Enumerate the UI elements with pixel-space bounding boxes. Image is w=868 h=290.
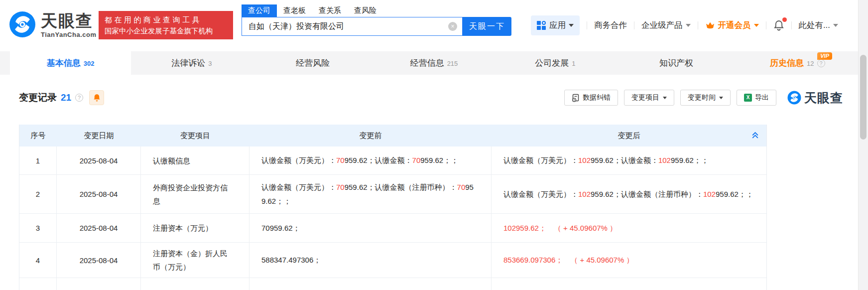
search-tab-查公司[interactable]: 查公司	[242, 4, 277, 17]
row-number: 4	[19, 243, 57, 278]
before-value: 认缴金额（万美元）：70959.62；认缴金额：70959.62；；	[249, 146, 492, 174]
tab-count: 302	[84, 60, 95, 67]
apps-dropdown[interactable]: 应用	[531, 15, 580, 35]
vip-label: 开通会员	[718, 20, 751, 31]
column-header: 变更项目	[141, 125, 249, 146]
tab-count: 12	[807, 60, 814, 67]
chevron-down-icon	[719, 97, 723, 99]
before-value: 588347.497306；	[249, 243, 492, 278]
changed-value: 70	[336, 156, 345, 164]
nav-business-coop[interactable]: 商务合作	[594, 20, 627, 31]
change-time-label: 变更时间	[688, 93, 716, 102]
search-input[interactable]	[242, 22, 448, 31]
page-scrollbar[interactable]	[858, 0, 868, 290]
page: 天眼查 TianYanCha.com 都在用的商业查询工具 国家中小企业发展子基…	[0, 0, 868, 290]
change-records-table: 序号变更日期变更项目变更前变更后 12025-08-04认缴额信息认缴金额（万美…	[19, 125, 767, 290]
enterprise-label: 企业级产品	[641, 20, 683, 31]
subscribe-bell-button[interactable]	[89, 90, 104, 105]
search-tabs: 查公司查老板查关系查风险	[242, 4, 463, 17]
divider	[791, 21, 792, 29]
tab-label: 知识产权	[659, 57, 693, 69]
section-toolbar: 数据纠错 变更项目 变更时间 X 导出	[558, 90, 843, 106]
after-value: 853669.097306； （ + 45.09607% ）	[492, 243, 766, 278]
nav-enterprise-products[interactable]: 企业级产品	[641, 20, 691, 31]
tab-公司发展[interactable]: 公司发展1	[495, 51, 616, 75]
tianyancha-logo[interactable]: 天眼查 TianYanCha.com	[9, 11, 97, 40]
search-tab-查老板[interactable]: 查老板	[283, 4, 306, 17]
user-label: 此处有...	[799, 20, 830, 31]
scrollbar-thumb[interactable]	[860, 55, 867, 140]
column-header: 变更前	[249, 125, 492, 146]
crown-icon	[705, 21, 715, 30]
tab-基本信息[interactable]: 基本信息302	[10, 51, 131, 75]
search-tab-查风险[interactable]: 查风险	[354, 4, 376, 17]
apps-label: 应用	[549, 20, 566, 31]
search-tab-查关系[interactable]: 查关系	[319, 4, 341, 17]
promo-banner: 都在用的商业查询工具 国家中小企业发展子基金旗下机构	[99, 11, 233, 39]
change-item: 注册资本（金）折人民币（万元）	[141, 243, 249, 278]
row-number: 3	[19, 214, 57, 242]
logo-subtitle: TianYanCha.com	[41, 31, 97, 38]
data-correction-button[interactable]: 数据纠错	[564, 90, 618, 106]
help-icon[interactable]: ?	[817, 59, 825, 67]
tab-知识产权[interactable]: 知识产权	[616, 51, 737, 75]
after-value: 认缴金额（万美元）：102959.62；认缴金额（注册币种）：102959.62…	[492, 175, 766, 213]
data-correction-icon	[572, 94, 580, 102]
promo-line2: 国家中小企业发展子基金旗下机构	[105, 25, 227, 36]
clear-icon[interactable]: ×	[448, 22, 457, 31]
top-nav: 应用 商务合作 企业级产品 开通会员	[531, 15, 838, 35]
cell-text: 588347.497306；	[261, 256, 321, 264]
before-value: 70959.62；	[249, 214, 492, 242]
cell-text: 认缴金额（万美元）：	[503, 156, 578, 164]
cell-text: 959.62；；	[716, 190, 753, 198]
watermark-logo-icon	[787, 91, 801, 105]
export-label: 导出	[755, 93, 769, 102]
row-number: 2	[19, 175, 57, 213]
chevron-down-icon	[663, 97, 667, 99]
before-value: 认缴金额（万美元）：70959.62；认缴金额（注册币种）：70959.62；；	[249, 175, 492, 213]
notification-bell[interactable]	[773, 19, 784, 31]
nav-open-vip[interactable]: 开通会员	[705, 20, 759, 31]
tab-count: 1	[572, 60, 575, 67]
tab-label: 经营信息	[410, 57, 444, 69]
cell-text: 959.62；认缴金额：	[591, 156, 658, 164]
changed-value: 102	[578, 156, 591, 164]
column-header: 序号	[19, 125, 57, 146]
help-icon[interactable]: ?	[75, 94, 83, 102]
table-row: 12025-08-04认缴额信息认缴金额（万美元）：70959.62；认缴金额：…	[19, 146, 766, 175]
chevron-down-icon	[754, 24, 759, 27]
change-date: 2025-08-04	[57, 243, 141, 278]
change-time-filter[interactable]: 变更时间	[680, 90, 731, 106]
chevron-down-icon	[569, 24, 574, 27]
changed-value: 102	[658, 156, 671, 164]
cell-text: 959.62；认缴金额（注册币种）：	[345, 183, 457, 191]
nav-user-menu[interactable]: 此处有...	[799, 20, 838, 31]
change-project-label: 变更项目	[631, 93, 659, 102]
change-date: 2025-08-04	[57, 214, 141, 242]
tab-经营风险[interactable]: 经营风险	[252, 51, 373, 75]
export-button[interactable]: X 导出	[737, 90, 776, 106]
search-area: 查公司查老板查关系查风险 ×	[242, 4, 463, 36]
change-project-filter[interactable]: 变更项目	[624, 90, 674, 106]
search-button[interactable]: 天眼一下	[463, 17, 511, 36]
cell-text: 认缴金额（万美元）：	[261, 183, 336, 191]
notification-dot	[782, 17, 787, 22]
promo-line1: 都在用的商业查询工具	[105, 14, 227, 25]
tab-法律诉讼[interactable]: 法律诉讼3	[131, 51, 252, 75]
collapse-icon[interactable]	[751, 131, 759, 142]
tab-经营信息[interactable]: 经营信息215	[373, 51, 495, 75]
section-count: 21	[61, 92, 71, 103]
tianyancha-watermark: 天眼查	[787, 90, 843, 106]
change-item: 外商投资企业投资方信息	[141, 175, 249, 213]
tab-历史信息[interactable]: 历史信息12VIP?	[737, 51, 858, 75]
change-date: 2025-08-04	[57, 146, 141, 174]
cell-text: 959.62；认缴金额：	[345, 156, 412, 164]
table-row: 32025-08-04注册资本（万元）70959.62；102959.62； （…	[19, 214, 766, 243]
changed-value: 70	[457, 183, 466, 191]
changed-value: 70	[336, 183, 345, 191]
after-value: 认缴金额（万美元）：102959.62；认缴金额：102959.62；；	[492, 146, 766, 174]
after-value: 102959.62； （ + 45.09607% ）	[492, 214, 766, 242]
tianyancha-logo-icon	[9, 11, 36, 40]
changed-value: 102	[703, 190, 716, 198]
table-filler-row	[19, 278, 766, 290]
